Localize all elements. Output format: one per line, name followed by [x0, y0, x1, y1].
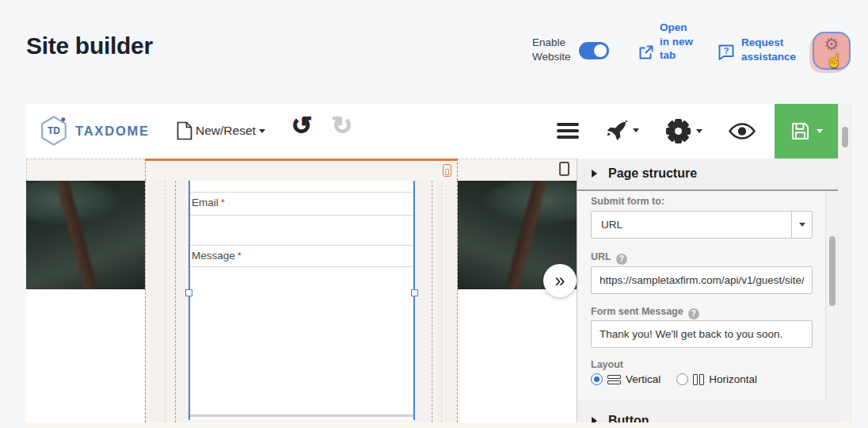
field-divider — [190, 266, 413, 267]
chevron-down-icon — [259, 129, 265, 133]
rocket-icon — [603, 117, 628, 143]
section-header-button[interactable]: Button — [592, 414, 649, 422]
taxdome-logo: TD TAXDOME — [39, 114, 150, 147]
request-assistance-link[interactable]: Request assistance — [741, 36, 803, 63]
chevron-down-icon — [817, 129, 823, 133]
required-marker: * — [238, 250, 242, 262]
builder-scrollbar — [838, 104, 851, 422]
page-below-builder — [26, 422, 851, 428]
gear-icon: ⚙ — [814, 35, 849, 54]
url-input[interactable] — [591, 266, 813, 294]
submit-form-to-select[interactable]: URL — [591, 211, 813, 239]
field-divider — [190, 192, 413, 193]
chevron-right-icon — [592, 417, 597, 422]
textarea-bottom-border — [190, 415, 413, 417]
section-strip-right — [458, 159, 577, 181]
help-icon[interactable]: ? — [616, 254, 627, 265]
section-header-page-structure[interactable]: Page structure — [592, 166, 697, 181]
new-reset-label: New/Reset — [196, 124, 256, 138]
resize-handle-right[interactable] — [411, 289, 418, 296]
selected-section-body: Email* Message* — [145, 181, 458, 422]
builder-toolbar: TD TAXDOME New/Reset ↺ ↻ — [26, 104, 851, 159]
field-divider — [190, 215, 413, 216]
layout-guide — [441, 181, 442, 422]
redo-button[interactable]: ↻ — [332, 113, 352, 138]
required-marker: * — [221, 197, 225, 208]
eye-icon — [728, 122, 756, 140]
new-page-icon — [177, 120, 192, 141]
site-builder-page: Site builder Enable Website Open in new … — [0, 0, 868, 428]
hero-image-left[interactable] — [26, 181, 145, 289]
layout-options: Vertical Horizontal — [591, 373, 757, 385]
save-floppy-icon — [790, 120, 811, 142]
assistant-button[interactable]: ⚙ ☝ — [813, 32, 851, 70]
vertical-radio[interactable] — [591, 373, 603, 385]
layout-guide — [165, 181, 166, 422]
gear-icon — [664, 117, 691, 144]
panel-scrollbar — [825, 191, 839, 400]
svg-text:?: ? — [724, 46, 729, 55]
form-sent-message-input[interactable] — [591, 320, 813, 348]
horizontal-layout-icon — [693, 374, 704, 385]
section-strip-left — [26, 159, 145, 181]
page-title: Site builder — [26, 32, 153, 59]
form-sent-message-label: Form sent Message? — [591, 306, 699, 319]
submit-form-to-label: Submit form to: — [591, 196, 664, 207]
undo-button[interactable]: ↺ — [291, 113, 312, 138]
panel-scrollbar-thumb[interactable] — [829, 236, 836, 306]
vertical-label: Vertical — [626, 373, 661, 385]
email-field-label: Email* — [192, 197, 225, 208]
message-field-label: Message* — [192, 250, 242, 262]
help-bubble-icon: ? — [718, 44, 735, 61]
layout-label: Layout — [591, 359, 623, 370]
resize-handle-left[interactable] — [185, 289, 192, 296]
horizontal-label: Horizontal — [709, 373, 757, 385]
contact-form-widget[interactable]: Email* Message* — [188, 181, 415, 420]
settings-panel: Page structure Submit form to: URL URL? … — [577, 159, 838, 422]
page-structure-title: Page structure — [608, 166, 697, 181]
horizontal-radio[interactable] — [676, 373, 688, 385]
publish-menu[interactable] — [603, 117, 639, 143]
mobile-device-icon — [443, 164, 451, 177]
hand-cursor-icon: ☝ — [826, 52, 843, 69]
brand-badge: TD — [48, 125, 60, 136]
chevron-down-icon — [696, 129, 702, 133]
enable-website-toggle[interactable] — [579, 42, 609, 59]
enable-website-label: Enable Website — [532, 36, 578, 64]
menu-button[interactable] — [557, 123, 579, 142]
button-section-title: Button — [608, 414, 649, 422]
builder-window: TD TAXDOME New/Reset ↺ ↻ — [26, 104, 851, 422]
submit-form-to-value: URL — [601, 212, 622, 238]
chevron-right-icon — [592, 170, 597, 178]
collapse-panel-button[interactable]: » — [543, 264, 577, 297]
external-link-icon — [638, 44, 654, 60]
selected-section-strip[interactable] — [145, 159, 458, 181]
field-divider — [190, 245, 413, 246]
layout-guide — [432, 181, 432, 422]
settings-menu[interactable] — [664, 117, 702, 144]
select-caret — [791, 212, 812, 238]
taxdome-hexagon-icon: TD — [39, 114, 69, 147]
help-icon[interactable]: ? — [688, 308, 699, 319]
new-reset-menu[interactable]: New/Reset — [177, 120, 265, 142]
vertical-layout-icon — [607, 375, 621, 384]
preview-button[interactable] — [728, 122, 756, 143]
chevron-down-icon — [633, 128, 639, 132]
save-button[interactable] — [775, 104, 838, 159]
layout-guide — [175, 181, 176, 422]
brand-name: TAXDOME — [75, 124, 150, 139]
url-label: URL? — [591, 251, 627, 265]
tablet-device-icon — [559, 162, 569, 176]
open-in-new-tab-link[interactable]: Open in new tab — [660, 21, 695, 63]
toggle-knob — [594, 44, 607, 57]
builder-scrollbar-thumb[interactable] — [842, 127, 848, 147]
